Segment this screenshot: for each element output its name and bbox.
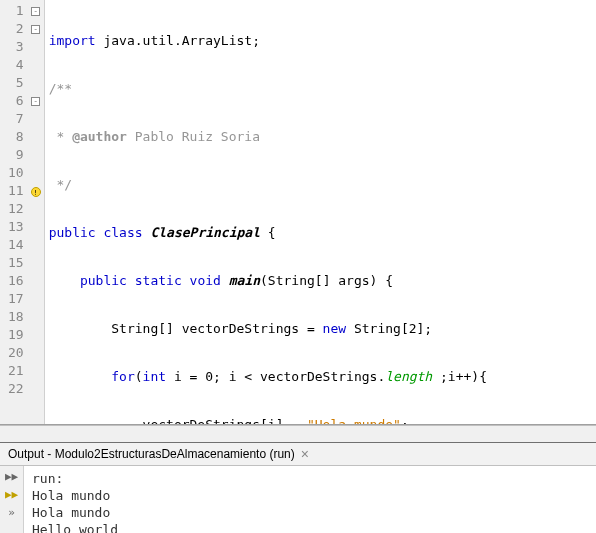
warning-icon[interactable]: !	[28, 182, 44, 200]
output-tab-label: Output - Modulo2EstructurasDeAlmacenamie…	[8, 447, 295, 461]
output-line: Hola mundo	[32, 487, 588, 504]
fold-toggle[interactable]: -	[28, 2, 44, 20]
line-number: 11	[8, 182, 24, 200]
output-line: Hola mundo	[32, 504, 588, 521]
line-number: 14	[8, 236, 24, 254]
line-number: 7	[8, 110, 24, 128]
gutter: 1 2 3 4 5 6 7 8 9 10 11 12 13 14 15 16 1…	[0, 0, 45, 424]
line-number: 21	[8, 362, 24, 380]
line-number-column: 1 2 3 4 5 6 7 8 9 10 11 12 13 14 15 16 1…	[0, 0, 28, 424]
line-number: 12	[8, 200, 24, 218]
output-tab[interactable]: Output - Modulo2EstructurasDeAlmacenamie…	[0, 443, 596, 466]
output-line: Hello world	[32, 521, 588, 533]
line-number: 4	[8, 56, 24, 74]
line-number: 15	[8, 254, 24, 272]
output-toolbar: ▶▶ ▶▶ »	[0, 466, 24, 533]
line-number: 3	[8, 38, 24, 56]
line-number: 10	[8, 164, 24, 182]
line-number: 8	[8, 128, 24, 146]
line-number: 9	[8, 146, 24, 164]
output-line: run:	[32, 470, 588, 487]
rerun-icon[interactable]: ▶▶	[0, 470, 23, 488]
line-number: 18	[8, 308, 24, 326]
run-icon[interactable]: ▶▶	[0, 488, 23, 506]
line-number: 16	[8, 272, 24, 290]
fold-toggle[interactable]: -	[28, 92, 44, 110]
line-number: 17	[8, 290, 24, 308]
line-number: 1	[8, 2, 24, 20]
fold-column: - - - !	[28, 0, 44, 424]
line-number: 19	[8, 326, 24, 344]
horizontal-scrollbar[interactable]	[0, 425, 596, 442]
output-panel: Output - Modulo2EstructurasDeAlmacenamie…	[0, 442, 596, 533]
expand-icon[interactable]: »	[0, 506, 23, 524]
line-number: 2	[8, 20, 24, 38]
close-icon[interactable]: ×	[301, 448, 309, 460]
line-number: 13	[8, 218, 24, 236]
output-console[interactable]: run: Hola mundo Hola mundo Hello world H…	[24, 466, 596, 533]
code-text-area[interactable]: import java.util.ArrayList; /** * @autho…	[45, 0, 596, 424]
line-number: 22	[8, 380, 24, 398]
fold-toggle[interactable]: -	[28, 20, 44, 38]
line-number: 20	[8, 344, 24, 362]
line-number: 5	[8, 74, 24, 92]
code-editor: 1 2 3 4 5 6 7 8 9 10 11 12 13 14 15 16 1…	[0, 0, 596, 425]
line-number: 6	[8, 92, 24, 110]
